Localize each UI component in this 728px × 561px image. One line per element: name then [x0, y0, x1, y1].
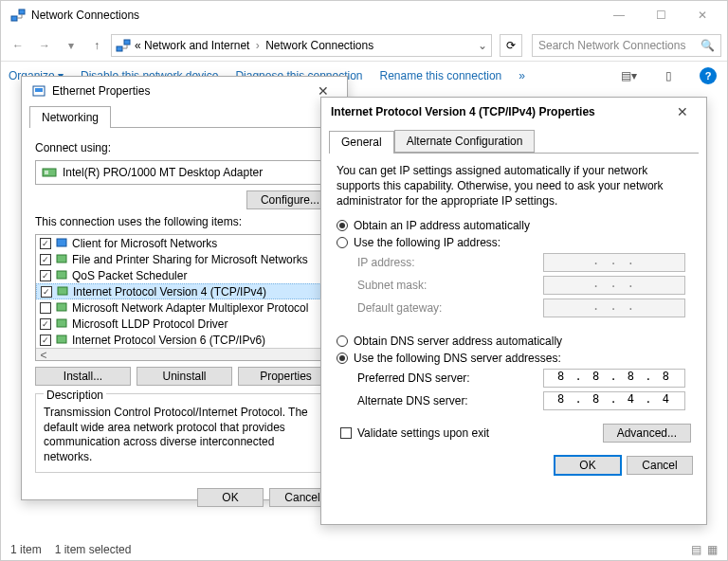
service-icon — [55, 253, 68, 266]
preferred-dns-label: Preferred DNS server: — [357, 371, 543, 385]
radio-ip-manual[interactable]: Use the following IP address: — [337, 236, 691, 249]
ethernet-icon — [31, 83, 46, 99]
checkbox[interactable]: ✓ — [40, 335, 51, 346]
status-bar: 1 item 1 item selected — [10, 543, 131, 556]
install-button[interactable]: Install... — [35, 367, 131, 386]
chevron-right-icon[interactable]: › — [253, 39, 263, 52]
gateway-field: . . . — [543, 299, 685, 317]
checkbox[interactable]: ✓ — [40, 270, 51, 281]
address-dropdown-icon[interactable]: ⌄ — [478, 39, 487, 52]
cancel-button[interactable]: Cancel — [627, 456, 693, 475]
adapter-name: Intel(R) PRO/1000 MT Desktop Adapter — [63, 166, 263, 179]
view-options-icon[interactable]: ▤▾ — [617, 64, 640, 87]
checkbox[interactable]: ✓ — [40, 254, 51, 265]
selection-count: 1 item selected — [55, 543, 132, 556]
svg-rect-7 — [45, 171, 48, 174]
subnet-label: Subnet mask: — [357, 279, 543, 292]
radio-dns-manual[interactable]: Use the following DNS server addresses: — [337, 352, 691, 365]
list-item-selected: ✓Internet Protocol Version 4 (TCP/IPv4) — [36, 283, 333, 299]
service-icon — [55, 269, 68, 282]
refresh-button[interactable]: ⟳ — [500, 34, 522, 57]
advanced-button[interactable]: Advanced... — [603, 424, 691, 443]
list-item: Microsoft Network Adapter Multiplexor Pr… — [36, 299, 333, 316]
recent-dropdown[interactable]: ▾ — [60, 34, 82, 57]
breadcrumb[interactable]: « Network and Internet › Network Connect… — [135, 39, 373, 52]
protocol-icon — [55, 317, 68, 331]
gateway-label: Default gateway: — [357, 301, 543, 315]
alternate-dns-field[interactable]: 8 . 8 . 4 . 4 — [543, 391, 685, 410]
tab-networking[interactable]: Networking — [29, 106, 111, 128]
ok-button[interactable]: OK — [555, 456, 621, 475]
subnet-field: . . . — [543, 276, 685, 295]
alternate-dns-label: Alternate DNS server: — [357, 394, 543, 407]
ipv4-description: You can get IP settings assigned automat… — [337, 163, 691, 209]
details-view-icon[interactable]: ▤ — [691, 543, 701, 556]
uninstall-button[interactable]: Uninstall — [136, 367, 232, 386]
preview-pane-icon[interactable]: ▯ — [657, 64, 680, 87]
ok-button[interactable]: OK — [197, 488, 264, 507]
connection-items-list[interactable]: ✓Client for Microsoft Networks ✓File and… — [35, 234, 334, 361]
window-title: Network Connections — [31, 9, 598, 22]
address-bar[interactable]: « Network and Internet › Network Connect… — [111, 34, 492, 57]
ip-fields-group: IP address:. . . Subnet mask:. . . Defau… — [337, 253, 691, 327]
close-icon[interactable]: ✕ — [668, 104, 697, 119]
connect-using-label: Connect using: — [35, 141, 334, 154]
radio-dns-auto[interactable]: Obtain DNS server address automatically — [337, 335, 691, 348]
network-icon — [116, 38, 131, 53]
svg-rect-5 — [35, 88, 43, 92]
properties-button[interactable]: Properties — [238, 367, 334, 386]
back-button[interactable]: ← — [7, 34, 29, 57]
checkbox-icon — [340, 427, 352, 439]
svg-rect-12 — [57, 303, 66, 311]
protocol-icon — [56, 285, 69, 299]
checkbox[interactable]: ✓ — [40, 318, 51, 330]
svg-rect-8 — [57, 239, 66, 246]
ipv4-properties-dialog: Internet Protocol Version 4 (TCP/IPv4) P… — [320, 97, 707, 525]
svg-rect-0 — [11, 16, 17, 21]
up-button[interactable]: ↑ — [86, 35, 107, 56]
radio-icon — [337, 353, 348, 364]
validate-checkbox[interactable]: Validate settings upon exit — [340, 426, 489, 440]
more-commands[interactable]: » — [519, 69, 525, 82]
help-button[interactable]: ? — [697, 64, 719, 87]
client-icon — [55, 237, 68, 250]
forward-button[interactable]: → — [33, 34, 56, 57]
checkbox[interactable] — [40, 302, 51, 314]
description-text: Transmission Control Protocol/Internet P… — [44, 406, 325, 464]
svg-rect-13 — [57, 319, 66, 327]
search-placeholder: Search Network Connections — [538, 39, 685, 52]
tab-alternate-configuration[interactable]: Alternate Configuration — [394, 130, 536, 153]
preferred-dns-field[interactable]: 8 . 8 . 8 . 8 — [543, 369, 685, 388]
rename-cmd[interactable]: Rename this connection — [380, 69, 502, 82]
svg-rect-10 — [57, 271, 66, 279]
dialog-title: Ethernet Properties — [52, 84, 309, 98]
ip-address-field: . . . — [543, 253, 685, 272]
dialog-title: Internet Protocol Version 4 (TCP/IPv4) P… — [331, 105, 668, 118]
list-item: ✓Client for Microsoft Networks — [36, 235, 333, 251]
search-input[interactable]: Search Network Connections 🔍 — [532, 34, 721, 57]
tab-general[interactable]: General — [329, 131, 394, 154]
checkbox[interactable]: ✓ — [41, 286, 52, 298]
nav-row: ← → ▾ ↑ « Network and Internet › Network… — [1, 29, 727, 62]
minimize-button[interactable]: — — [598, 2, 640, 28]
radio-icon — [337, 237, 348, 248]
titlebar: Network Connections — ☐ ✕ — [1, 1, 727, 29]
list-item: ✓QoS Packet Scheduler — [36, 267, 333, 283]
close-button[interactable]: ✕ — [682, 2, 723, 28]
svg-rect-11 — [58, 287, 67, 295]
list-item: ✓Microsoft LLDP Protocol Driver — [36, 316, 333, 332]
horizontal-scrollbar[interactable]: <> — [36, 348, 333, 361]
protocol-icon — [55, 334, 68, 347]
svg-rect-14 — [57, 335, 66, 343]
description-group: Description Transmission Control Protoco… — [35, 393, 334, 473]
search-icon[interactable]: 🔍 — [701, 39, 715, 52]
checkbox[interactable]: ✓ — [40, 238, 51, 249]
description-legend: Description — [44, 389, 106, 402]
maximize-button[interactable]: ☐ — [640, 2, 682, 28]
protocol-icon — [55, 301, 68, 315]
list-item: ✓Internet Protocol Version 6 (TCP/IPv6) — [36, 332, 333, 348]
radio-ip-auto[interactable]: Obtain an IP address automatically — [337, 219, 691, 232]
list-item: ✓File and Printer Sharing for Microsoft … — [36, 251, 333, 267]
large-icons-view-icon[interactable]: ▦ — [707, 543, 718, 556]
item-count: 1 item — [10, 543, 42, 556]
